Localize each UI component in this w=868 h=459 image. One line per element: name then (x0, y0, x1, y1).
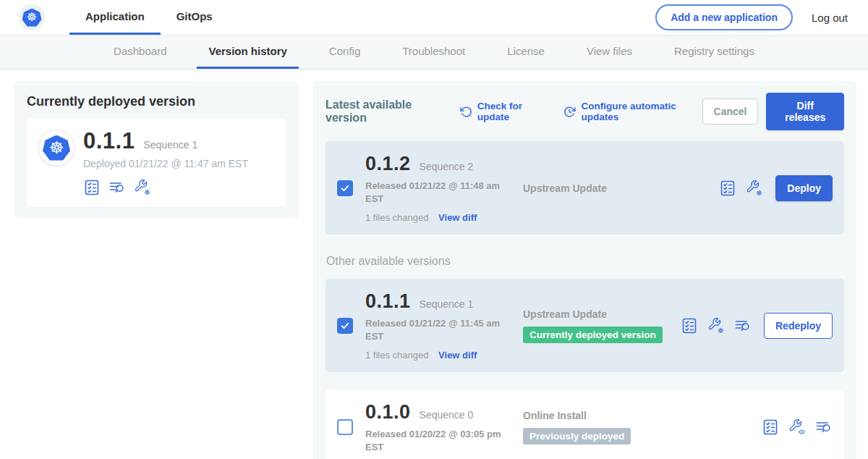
version-number: 0.1.1 (365, 290, 411, 313)
version-number: 0.1.2 (365, 153, 411, 175)
deploy-button[interactable]: Deploy (775, 175, 833, 201)
add-application-button[interactable]: Add a new application (655, 4, 793, 30)
version-row-0-1-1: 0.1.1 Sequence 1 Released 01/21/22 @ 11:… (326, 279, 844, 372)
file-diff-search-icon[interactable] (815, 418, 833, 436)
preflight-checklist-icon[interactable] (83, 179, 101, 196)
config-wrench-gear-icon[interactable] (746, 180, 763, 197)
clock-refresh-icon (563, 106, 576, 118)
sequence-label: Sequence 0 (420, 409, 474, 421)
view-diff-link[interactable]: View diff (438, 350, 477, 361)
version-checkbox[interactable] (337, 318, 353, 334)
released-timestamp: Released 01/21/22 @ 11:48 am EST (365, 180, 504, 205)
currently-deployed-badge: Currently deployed version (523, 327, 663, 343)
check-for-update-link[interactable]: Check for update (460, 101, 548, 122)
kubernetes-wheel-icon: ☸ (22, 9, 42, 27)
top-nav: ☸ Application GitOps Add a new applicati… (0, 0, 868, 35)
version-checkbox[interactable] (337, 419, 353, 435)
sequence-label: Sequence 1 (420, 298, 474, 310)
tab-application[interactable]: Application (69, 0, 161, 35)
deployed-app-logo: ☸ (38, 130, 75, 166)
currently-deployed-title: Currently deployed version (27, 94, 286, 109)
deployed-action-icons (83, 179, 248, 196)
preflight-checklist-icon[interactable] (681, 317, 698, 334)
version-number: 0.1.0 (365, 401, 411, 424)
version-actions: Deploy (719, 175, 833, 201)
config-wrench-gear-icon[interactable] (134, 179, 151, 196)
previously-deployed-badge: Previously deployed (523, 428, 631, 445)
released-timestamp: Released 01/20/22 @ 03:05 pm EST (365, 428, 504, 453)
tab-gitops[interactable]: GitOps (161, 0, 229, 35)
latest-available-title: Latest available version (326, 98, 444, 125)
sequence-label: Sequence 2 (420, 161, 474, 172)
configure-automatic-updates-link[interactable]: Configure automatic updates (563, 101, 702, 122)
subnav-item-license[interactable]: License (495, 35, 556, 69)
subnav-item-view-files[interactable]: View files (575, 35, 644, 69)
released-timestamp: Released 01/21/22 @ 11:45 am EST (365, 317, 504, 342)
version-actions: Redeploy (681, 313, 833, 339)
app-logo: ☸ (19, 4, 45, 30)
config-wrench-gear-icon[interactable] (707, 317, 725, 334)
sub-nav: Dashboard Version history Config Trouble… (0, 35, 868, 70)
version-info: 0.1.1 Sequence 1 Released 01/21/22 @ 11:… (365, 290, 523, 361)
files-changed-label: 1 files changed (365, 212, 428, 223)
top-tabs: Application GitOps (69, 0, 229, 35)
available-versions-header: Latest available version Check for updat… (326, 93, 844, 130)
version-source: Upstream Update Currently deployed versi… (523, 308, 681, 343)
available-versions-panel: Latest available version Check for updat… (313, 81, 856, 459)
version-info: 0.1.2 Sequence 2 Released 01/21/22 @ 11:… (365, 153, 523, 223)
version-actions (762, 418, 833, 436)
main-content: Currently deployed version ☸ 0.1.1 Seque… (0, 70, 868, 459)
version-source: Online Install Previously deployed (523, 410, 762, 445)
deployed-timestamp: Deployed 01/21/22 @ 11:47 am EST (83, 158, 248, 169)
other-versions-title: Other available versions (326, 255, 844, 268)
version-checkbox[interactable] (337, 180, 353, 196)
deployed-sequence-label: Sequence 1 (143, 139, 197, 151)
preflight-checklist-icon[interactable] (762, 418, 779, 436)
subnav-item-config[interactable]: Config (318, 35, 372, 69)
preflight-checklist-icon[interactable] (719, 180, 736, 197)
version-row-0-1-2: 0.1.2 Sequence 2 Released 01/21/22 @ 11:… (326, 141, 844, 235)
subnav-item-version-history[interactable]: Version history (197, 35, 298, 69)
version-row-0-1-0: 0.1.0 Sequence 0 Released 01/20/22 @ 03:… (326, 389, 844, 459)
currently-deployed-panel: Currently deployed version ☸ 0.1.1 Seque… (14, 81, 299, 219)
version-info: 0.1.0 Sequence 0 Released 01/20/22 @ 03:… (365, 401, 523, 453)
view-diff-link[interactable]: View diff (438, 212, 477, 223)
diff-releases-button[interactable]: Diff releases (766, 93, 844, 130)
config-view-wrench-eye-icon[interactable] (788, 418, 806, 436)
subnav-item-troubleshoot[interactable]: Troubleshoot (391, 35, 477, 69)
deployed-version-details: 0.1.1 Sequence 1 Deployed 01/21/22 @ 11:… (83, 128, 248, 196)
source-label: Upstream Update (523, 182, 719, 194)
source-label: Upstream Update (523, 308, 681, 320)
source-label: Online Install (523, 410, 762, 421)
subnav-item-registry-settings[interactable]: Registry settings (663, 35, 766, 69)
deployed-version-number: 0.1.1 (83, 128, 135, 154)
deployed-version-card: ☸ 0.1.1 Sequence 1 Deployed 01/21/22 @ 1… (27, 119, 286, 207)
refresh-icon (460, 106, 472, 118)
cancel-button[interactable]: Cancel (702, 98, 759, 125)
file-diff-search-icon[interactable] (734, 317, 752, 334)
version-source: Upstream Update (523, 182, 719, 194)
file-diff-search-icon[interactable] (109, 179, 126, 196)
kubernetes-wheel-icon: ☸ (43, 135, 70, 161)
files-changed-label: 1 files changed (365, 350, 428, 361)
subnav-item-dashboard[interactable]: Dashboard (102, 35, 178, 69)
redeploy-button[interactable]: Redeploy (764, 313, 833, 339)
logout-button[interactable]: Log out (812, 12, 848, 24)
